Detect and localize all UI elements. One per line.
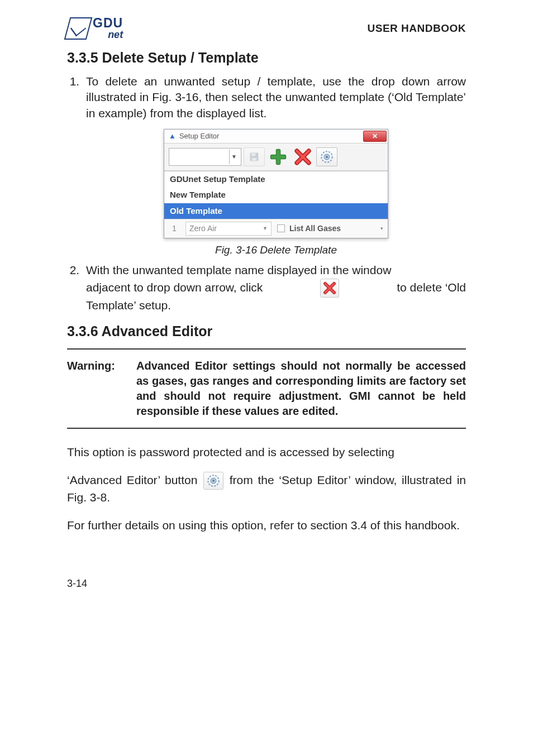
step-2-line-1: With the unwanted template name displaye… (86, 262, 466, 278)
inline-advanced-editor-button[interactable] (203, 472, 223, 490)
toolbar: ▼ (164, 143, 388, 171)
chevron-down-icon: ▾ (380, 225, 383, 232)
gear-icon (206, 473, 221, 488)
gear-icon (320, 150, 334, 164)
step-1-text: To delete an unwanted setup / template, … (86, 75, 466, 119)
warning-block: Warning: Advanced Editor settings should… (67, 358, 466, 419)
inline-delete-button[interactable] (320, 279, 339, 298)
svg-rect-6 (271, 155, 285, 159)
para-password: This option is password protected and is… (67, 444, 466, 460)
window-title: Setup Editor (179, 131, 220, 141)
svg-point-12 (212, 480, 215, 482)
para-advanced-a: ‘Advanced Editor’ button (67, 473, 197, 486)
template-option[interactable]: GDUnet Setup Template (164, 171, 388, 187)
delete-x-icon (323, 281, 336, 295)
steps-list: To delete an unwanted setup / template, … (67, 74, 466, 313)
window-titlebar: ▲ Setup Editor ✕ (164, 130, 388, 143)
logo-text-bottom: net (93, 30, 123, 40)
para-advanced-button: ‘Advanced Editor’ button from the ‘Setup… (67, 472, 466, 505)
rule-bottom (67, 428, 466, 429)
page-header: GDU net USER HANDBOOK (67, 17, 466, 40)
step-2-line-3: Template’ setup. (86, 298, 466, 313)
svg-rect-2 (252, 158, 256, 161)
warning-label: Warning: (67, 358, 129, 419)
checkbox-icon (277, 224, 285, 232)
step-2: With the unwanted template name displaye… (83, 262, 466, 313)
heading-335: 3.3.5 Delete Setup / Template (67, 50, 466, 66)
save-button-disabled (244, 147, 265, 166)
template-dropdown-open: GDUnet Setup Template New Template Old T… (164, 171, 388, 219)
plus-icon (269, 147, 288, 166)
add-template-button[interactable] (267, 147, 289, 167)
svg-rect-1 (251, 153, 256, 156)
figure-caption: Fig. 3-16 Delete Template (215, 243, 337, 257)
delete-template-button[interactable] (292, 147, 314, 167)
app-icon: ▲ (169, 131, 176, 141)
figure-3-16: ▲ Setup Editor ✕ ▼ (86, 129, 466, 257)
advanced-editor-button[interactable] (316, 147, 337, 166)
logo-text: GDU net (93, 17, 123, 40)
chevron-down-icon: ▼ (263, 225, 268, 232)
warning-body: Advanced Editor settings should not norm… (136, 358, 466, 419)
save-icon (249, 151, 260, 162)
para-further-details: For further details on using this option… (67, 518, 466, 533)
gas-select[interactable]: Zero Air ▼ (185, 222, 272, 236)
logo-mark-icon (64, 17, 93, 40)
doc-title: USER HANDBOOK (368, 22, 466, 35)
logo-text-top: GDU (93, 17, 123, 30)
template-option[interactable]: New Template (164, 187, 388, 203)
page-number: 3-14 (67, 578, 466, 590)
delete-x-icon (294, 148, 312, 166)
list-all-gases-label: List All Gases (289, 223, 341, 234)
setup-editor-window: ▲ Setup Editor ✕ ▼ (164, 129, 388, 238)
list-all-gases[interactable]: List All Gases (277, 223, 341, 234)
template-option-selected[interactable]: Old Template (164, 203, 388, 219)
logo: GDU net (67, 17, 123, 40)
step-1: To delete an unwanted setup / template, … (83, 74, 466, 257)
gas-row-index: 1 (169, 223, 180, 234)
step-2-seg-b: to delete ‘Old (397, 280, 466, 295)
svg-point-9 (326, 156, 328, 158)
heading-336: 3.3.6 Advanced Editor (67, 323, 466, 339)
template-combo[interactable]: ▼ (169, 148, 241, 166)
gas-row: 1 Zero Air ▼ List All Gases ▾ (164, 219, 388, 238)
rule-top (67, 348, 466, 350)
window-close-button[interactable]: ✕ (363, 131, 387, 142)
page: GDU net USER HANDBOOK 3.3.5 Delete Setup… (0, 0, 533, 612)
step-2-seg-a: adjacent to drop down arrow, click (86, 280, 263, 295)
close-icon: ✕ (372, 132, 378, 141)
gas-select-value: Zero Air (189, 223, 217, 234)
chevron-down-icon: ▼ (229, 150, 239, 164)
